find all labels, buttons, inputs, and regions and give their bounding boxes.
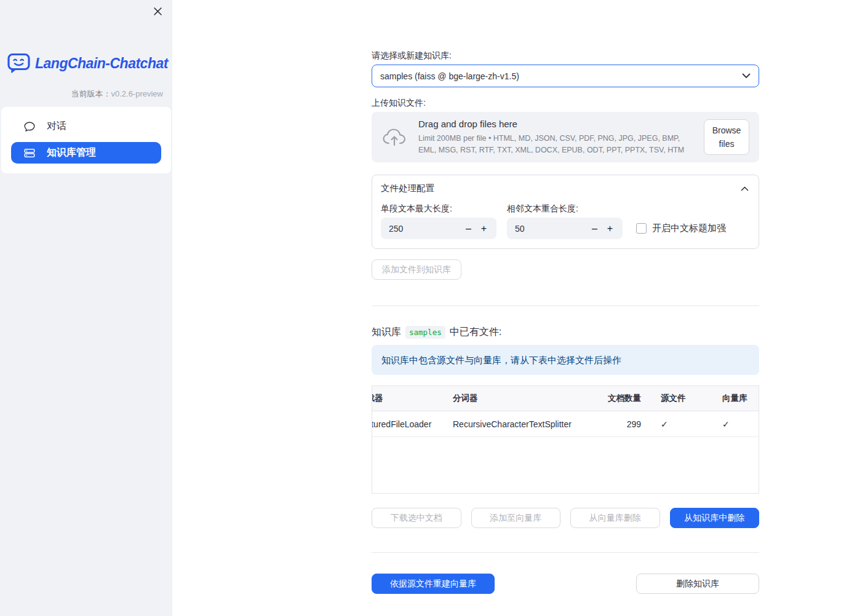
kb-files-heading: 知识库 samples 中已有文件: [372, 326, 759, 339]
zh-title-enhance-label: 开启中文标题加强 [652, 223, 726, 234]
sidebar-item-dialogue[interactable]: 对话 [11, 116, 161, 137]
chunk-size-field: 单段文本最大长度: 250 – + [381, 203, 496, 239]
sidebar-item-knowledge-base[interactable]: 知识库管理 [11, 142, 161, 164]
delete-kb-button[interactable]: 删除知识库 [636, 574, 759, 594]
sidebar-item-label: 对话 [47, 120, 66, 133]
kb-files-table[interactable]: 文档加载器 分词器 文档数量 源文件 向量库 UnstructuredFileL… [372, 385, 759, 494]
divider [372, 306, 759, 306]
sidebar-item-label: 知识库管理 [47, 146, 96, 159]
kb-management-panel: 请选择或新建知识库: samples (faiss @ bge-large-zh… [372, 0, 759, 594]
rebuild-vector-store-button[interactable]: 依据源文件重建向量库 [372, 574, 495, 594]
version-line: 当前版本：v0.2.6-preview [0, 89, 163, 100]
app-window: LangChain-Chatchat 当前版本：v0.2.6-preview 对… [0, 0, 849, 616]
chunk-size-value: 250 [389, 224, 461, 234]
dropzone-hint: Limit 200MB per file • HTML, MD, JSON, C… [418, 133, 693, 155]
divider [372, 552, 759, 553]
app-logo: LangChain-Chatchat [7, 53, 165, 74]
delete-from-kb-button[interactable]: 从知识库中删除 [670, 508, 760, 528]
overlap-size-value: 50 [515, 224, 587, 234]
overlap-size-field: 相邻文本重合长度: 50 – + [507, 203, 623, 239]
kb-select-label: 请选择或新建知识库: [372, 50, 759, 61]
chat-smiley-logo-icon [7, 53, 30, 74]
column-header-splitter[interactable]: 分词器 [443, 393, 583, 404]
chevron-down-icon [742, 73, 751, 79]
download-selected-button[interactable]: 下载选中文档 [372, 508, 461, 528]
checkbox-icon[interactable] [636, 223, 647, 234]
kb-select-value: samples (faiss @ bge-large-zh-v1.5) [380, 71, 519, 81]
chunk-size-input[interactable]: 250 – + [381, 218, 496, 239]
stacked-drives-icon [23, 147, 36, 159]
kb-action-buttons: 依据源文件重建向量库 删除知识库 [372, 574, 759, 594]
file-dropzone[interactable]: Drag and drop files here Limit 200MB per… [372, 112, 759, 162]
info-banner: 知识库中包含源文件与向量库，请从下表中选择文件后操作 [372, 345, 759, 375]
sidebar-menu: 对话 知识库管理 [1, 107, 171, 173]
app-title: LangChain-Chatchat [35, 55, 168, 72]
chunk-size-decrement-button[interactable]: – [461, 220, 476, 237]
cloud-upload-icon [381, 127, 407, 148]
chevron-up-icon [741, 186, 749, 191]
main-area: 请选择或新建知识库: samples (faiss @ bge-large-zh… [172, 0, 849, 616]
overlap-size-decrement-button[interactable]: – [587, 220, 602, 237]
kb-select[interactable]: samples (faiss @ bge-large-zh-v1.5) [372, 65, 759, 87]
file-config-expander: 文件处理配置 单段文本最大长度: 250 – + [372, 175, 759, 249]
kb-files-prefix: 知识库 [372, 326, 401, 339]
add-to-vector-store-button[interactable]: 添加至向量库 [471, 508, 561, 528]
chunk-size-label: 单段文本最大长度: [381, 203, 496, 215]
sidebar: LangChain-Chatchat 当前版本：v0.2.6-preview 对… [0, 0, 172, 616]
table-header-row: 文档加载器 分词器 文档数量 源文件 向量库 [372, 386, 759, 411]
cell-doc-count: 299 [583, 419, 651, 429]
delete-from-vector-store-button[interactable]: 从向量库删除 [570, 508, 660, 528]
add-files-to-kb-button[interactable]: 添加文件到知识库 [372, 259, 461, 280]
sidebar-close-icon[interactable] [150, 4, 165, 18]
dropzone-title: Drag and drop files here [418, 119, 693, 129]
column-header-vector-store[interactable]: 向量库 [712, 393, 759, 404]
cell-vector-store-check: ✓ [712, 419, 759, 429]
overlap-size-label: 相邻文本重合长度: [507, 203, 623, 215]
column-header-loader[interactable]: 文档加载器 [372, 393, 443, 404]
chunk-size-increment-button[interactable]: + [476, 220, 492, 237]
table-row[interactable]: UnstructuredFileLoader RecursiveCharacte… [372, 411, 759, 437]
column-header-source-file[interactable]: 源文件 [651, 393, 712, 404]
kb-files-suffix: 中已有文件: [450, 326, 501, 339]
browse-files-button[interactable]: Browse files [704, 119, 749, 156]
chat-bubble-icon [23, 120, 36, 133]
version-label: 当前版本： [71, 89, 111, 98]
kb-files-table-inner: 文档加载器 分词器 文档数量 源文件 向量库 UnstructuredFileL… [372, 386, 759, 437]
file-config-expander-header[interactable]: 文件处理配置 [381, 183, 749, 194]
dropzone-text: Drag and drop files here Limit 200MB per… [418, 119, 693, 155]
overlap-size-input[interactable]: 50 – + [507, 218, 623, 239]
close-icon [153, 7, 162, 16]
version-value: v0.2.6-preview [111, 89, 163, 98]
file-config-title: 文件处理配置 [381, 183, 434, 194]
cell-loader: UnstructuredFileLoader [372, 419, 443, 429]
zh-title-enhance-checkbox[interactable]: 开启中文标题加强 [636, 218, 726, 239]
upload-label: 上传知识文件: [372, 98, 759, 109]
cell-source-file-check: ✓ [651, 419, 712, 429]
file-config-controls: 单段文本最大长度: 250 – + 相邻文本重合长度: 50 – + [381, 203, 749, 239]
cell-splitter: RecursiveCharacterTextSplitter [443, 419, 583, 429]
overlap-size-increment-button[interactable]: + [602, 220, 618, 237]
kb-name-badge: samples [405, 326, 445, 339]
file-action-buttons: 下载选中文档 添加至向量库 从向量库删除 从知识库中删除 [372, 508, 759, 528]
column-header-doc-count[interactable]: 文档数量 [583, 393, 651, 404]
